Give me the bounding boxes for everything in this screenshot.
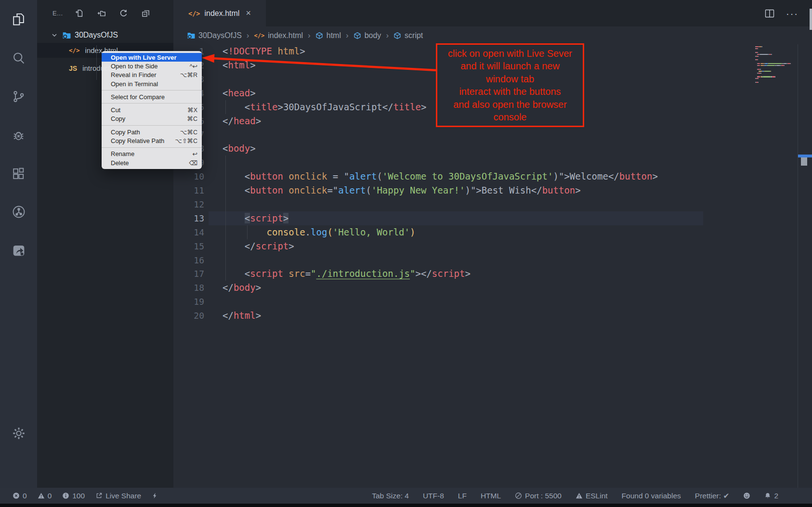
- code-line: </body>: [223, 281, 261, 295]
- minimap-line: [768, 63, 782, 64]
- annotation-text-line: click on open with Live Sever: [437, 47, 583, 60]
- menu-item-select-for-compare[interactable]: Select for Compare: [102, 92, 202, 101]
- status-label: 0: [48, 492, 52, 500]
- html-file-icon: </>: [69, 47, 80, 54]
- annotation-box: click on open with Live Severand it will…: [436, 43, 584, 127]
- minimap[interactable]: [755, 46, 798, 90]
- menu-item-rename[interactable]: Rename↩: [102, 150, 202, 158]
- breadcrumb-item-html[interactable]: html: [315, 31, 341, 40]
- breadcrumb-item-body[interactable]: body: [354, 31, 381, 40]
- menu-item-delete[interactable]: Delete⌫: [102, 158, 202, 167]
- minimap-line: [758, 56, 759, 57]
- status-item-100[interactable]: 100: [62, 492, 85, 500]
- minimap-line: [758, 76, 760, 77]
- code-line: <body>: [223, 142, 256, 156]
- status-label: ESLint: [586, 492, 608, 500]
- breadcrumb-separator: ›: [385, 31, 389, 40]
- remote-fork-icon[interactable]: [0, 193, 37, 231]
- code-line: <html>: [223, 58, 256, 72]
- status-label: Found 0 variables: [622, 492, 681, 500]
- status-label: HTML: [481, 492, 501, 500]
- search-icon[interactable]: [0, 39, 37, 77]
- tab-bar: </> index.html × ···: [173, 0, 812, 26]
- breadcrumb-item-script[interactable]: script: [393, 31, 423, 40]
- status-item-0[interactable]: 0: [38, 492, 52, 500]
- status-item-utf-8[interactable]: UTF-8: [423, 492, 444, 500]
- breadcrumb-label: 30DaysOfJS: [198, 31, 242, 40]
- more-actions-icon[interactable]: ···: [786, 11, 799, 16]
- minimap-line: [758, 63, 760, 64]
- breadcrumb-item-index-html[interactable]: </>index.html: [254, 31, 303, 40]
- info-icon: [62, 492, 69, 499]
- line-number: 10: [173, 169, 204, 183]
- minimap-line: [767, 65, 775, 66]
- split-editor-icon[interactable]: [764, 8, 775, 19]
- new-file-icon[interactable]: [75, 9, 84, 18]
- tree-indent-guide: [96, 45, 97, 80]
- status-item-0[interactable]: 0: [13, 492, 27, 500]
- code-line: <!DOCTYPE html>: [223, 44, 305, 58]
- status-item-html[interactable]: HTML: [481, 492, 501, 500]
- root-folder-row[interactable]: 30DaysOfJS: [37, 27, 173, 43]
- menu-item-open-in-terminal[interactable]: Open in Terminal: [102, 79, 202, 88]
- status-item-smiley[interactable]: [743, 492, 750, 499]
- extensions-icon[interactable]: [0, 154, 37, 193]
- menu-item-reveal-in-finder[interactable]: Reveal in Finder⌥⌘R: [102, 71, 202, 79]
- explorer-title: E...: [52, 10, 63, 17]
- minimap-line: [759, 71, 762, 72]
- status-item-eslint[interactable]: ESLint: [576, 492, 608, 500]
- html-file-icon: </>: [188, 10, 200, 17]
- status-item-live-share[interactable]: Live Share: [95, 492, 141, 500]
- status-label: Prettier: ✔: [695, 492, 730, 500]
- status-label: 100: [72, 492, 85, 500]
- code-line: <title>30DaysOfJavaScript</title>: [223, 100, 426, 114]
- status-item-port-5500[interactable]: Port : 5500: [515, 492, 562, 500]
- refresh-icon[interactable]: [119, 9, 128, 18]
- menu-item-open-to-the-side[interactable]: Open to the Side^↩: [102, 62, 202, 70]
- live-share-icon[interactable]: [0, 231, 37, 270]
- close-tab-icon[interactable]: ×: [246, 8, 251, 18]
- status-label: UTF-8: [423, 492, 444, 500]
- menu-item-copy[interactable]: Copy⌘C: [102, 115, 202, 123]
- scrollbar-thumb[interactable]: [801, 157, 807, 166]
- menu-item-open-with-live-server[interactable]: Open with Live Server: [102, 53, 202, 62]
- collapse-all-icon[interactable]: [141, 9, 150, 18]
- breadcrumb-label: index.html: [268, 31, 303, 40]
- status-item-tab-size-4[interactable]: Tab Size: 4: [372, 492, 409, 500]
- minimap-line: [758, 48, 759, 49]
- code-line: <button onclick = "alert('Welcome to 30D…: [223, 169, 658, 183]
- minimap-line: [764, 71, 771, 72]
- settings-gear-icon[interactable]: [0, 414, 37, 453]
- status-item-lf[interactable]: LF: [458, 492, 467, 500]
- breadcrumb-item-30daysofjs[interactable]: 30DaysOfJS: [187, 31, 242, 40]
- line-number: 19: [173, 295, 204, 309]
- annotation-text-line: console: [437, 111, 583, 124]
- minimap-line: [758, 82, 759, 83]
- minimap-line: [781, 65, 784, 66]
- status-item-prettier[interactable]: Prettier: ✔: [695, 492, 730, 500]
- line-number: 20: [173, 309, 204, 323]
- breadcrumb-label: html: [327, 31, 341, 40]
- annotation-text-line: and it will launch a new: [437, 60, 583, 73]
- context-menu: Open with Live ServerOpen to the Side^↩R…: [102, 51, 202, 169]
- run-debug-icon[interactable]: [0, 116, 37, 154]
- menu-item-cut[interactable]: Cut⌘X: [102, 105, 202, 114]
- breadcrumb-separator: ›: [246, 31, 250, 40]
- status-label: Live Share: [105, 492, 141, 500]
- tab-index-html[interactable]: </> index.html ×: [173, 0, 266, 26]
- status-item-2[interactable]: 2: [764, 492, 778, 500]
- status-item-found-0-variables[interactable]: Found 0 variables: [622, 492, 681, 500]
- line-number: 11: [173, 183, 204, 197]
- source-control-icon[interactable]: [0, 77, 37, 116]
- menu-item-copy-path[interactable]: Copy Path⌥⌘C: [102, 128, 202, 136]
- cube-icon: [315, 32, 323, 39]
- annotation-text-line: and also open the browser: [437, 98, 583, 111]
- scrollbar-divider: [798, 44, 798, 488]
- new-folder-icon[interactable]: [97, 9, 106, 18]
- folder-icon: [62, 31, 71, 39]
- minimap-line: [790, 63, 791, 64]
- menu-item-copy-relative-path[interactable]: Copy Relative Path⌥⇧⌘C: [102, 136, 202, 145]
- smiley-icon: [743, 492, 750, 499]
- explorer-icon[interactable]: [0, 0, 37, 39]
- status-item-lightning[interactable]: [152, 492, 158, 500]
